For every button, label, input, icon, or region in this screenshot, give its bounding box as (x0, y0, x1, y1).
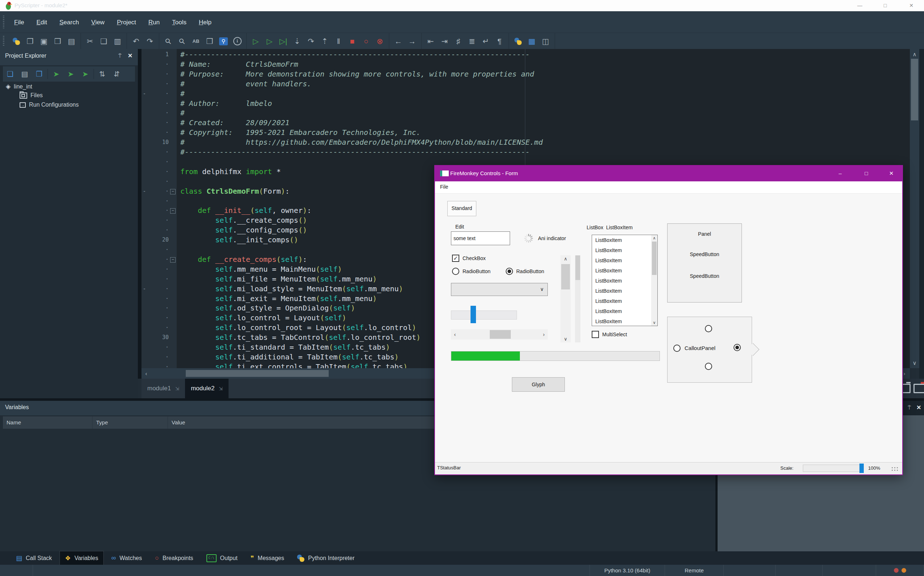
speedbutton-1[interactable]: SpeedButton (668, 251, 741, 257)
editor-tab-module2[interactable]: module2⇲ (185, 379, 229, 398)
edit-input[interactable] (451, 231, 510, 245)
step-over-button[interactable]: ↷ (304, 35, 318, 48)
layout-table-button[interactable]: ▦ (525, 35, 539, 48)
tree-item-run-configurations[interactable]: →Run Configurations (19, 102, 79, 108)
explorer-editor-splitter[interactable] (138, 49, 141, 379)
scrollbar-thumb[interactable] (490, 330, 511, 339)
fold-marker-icon[interactable]: − (170, 189, 176, 194)
special-characters-button[interactable]: ♯ (451, 35, 465, 48)
callout-radio-left[interactable] (673, 345, 681, 352)
project-layers-button[interactable]: ▤ (18, 67, 32, 80)
browser-search-button[interactable]: ⚲ (216, 35, 231, 48)
scroll-left-icon[interactable]: ‹ (142, 368, 150, 379)
run-button[interactable]: ▷ (249, 35, 263, 48)
callout-radio-bottom[interactable] (705, 363, 712, 370)
menu-run[interactable]: Run (142, 16, 166, 29)
folder-tab-active-icon[interactable] (913, 384, 924, 393)
scroll-down-icon[interactable]: ∨ (651, 320, 657, 326)
radiobutton-2[interactable] (506, 268, 513, 275)
indent-button[interactable]: ⇥ (437, 35, 451, 48)
navigate-back-button[interactable]: ← (391, 35, 405, 48)
scroll-down-icon[interactable]: ∨ (560, 336, 571, 342)
glyph-button[interactable]: Glyph (512, 377, 565, 392)
checkbox[interactable]: ✓ (452, 254, 459, 262)
navigate-forward-button[interactable]: → (405, 35, 419, 48)
undo-button[interactable]: ↶ (129, 35, 143, 48)
menu-file[interactable]: File (8, 16, 30, 29)
editor-tab-module1[interactable]: module1⇲ (141, 379, 185, 398)
line-numbers-button[interactable]: ≣ (465, 35, 479, 48)
paste-button[interactable]: ▥ (110, 35, 125, 48)
scroll-left-icon[interactable]: ‹ (451, 330, 459, 339)
listbox-scroll-thumb[interactable] (652, 242, 657, 275)
bottom-tab-breakpoints[interactable]: ○Breakpoints (150, 551, 198, 565)
find-in-files-button[interactable]: ❒ (203, 35, 216, 48)
editor-vertical-scrollbar[interactable]: ∧ ∨ (910, 49, 919, 368)
scale-slider-thumb[interactable] (860, 464, 864, 473)
scroll-down-icon[interactable]: ∨ (911, 358, 919, 368)
callout-radio-right[interactable] (733, 344, 741, 351)
scroll-up-icon[interactable]: ∧ (911, 49, 919, 59)
redo-button[interactable]: ↷ (143, 35, 157, 48)
resize-grip[interactable] (891, 466, 898, 472)
dialog-titlebar[interactable]: FireMonkey Controls - Form – □ ✕ (435, 166, 902, 181)
search-button[interactable]: ⚲ (162, 35, 175, 48)
detach-tab-icon[interactable]: ⇲ (175, 386, 179, 391)
scroll-up-icon[interactable]: ∧ (651, 235, 657, 241)
bottom-tab-variables[interactable]: ❖Variables (60, 551, 103, 565)
horizontal-scrollbar[interactable]: ‹ › (451, 330, 548, 339)
debug-project-button[interactable]: ➤ (64, 67, 78, 80)
listbox-item[interactable]: ListBoxItem (592, 306, 657, 316)
pause-button[interactable]: ‖ (331, 35, 345, 48)
menu-view[interactable]: View (85, 16, 111, 29)
save-all-button[interactable]: ❒ (51, 35, 64, 48)
menu-project[interactable]: Project (110, 16, 142, 29)
show-whitespace-button[interactable]: ¶ (493, 35, 506, 48)
python-engine-button[interactable] (511, 35, 525, 48)
bottom-tab-call-stack[interactable]: ▤Call Stack (11, 551, 57, 565)
detach-tab-icon[interactable]: ⇲ (219, 386, 223, 391)
listbox-item[interactable]: ListBoxItem (592, 245, 657, 255)
print-button[interactable]: ▤ (64, 35, 78, 48)
new-project-button[interactable]: ❏ (3, 67, 18, 80)
tree-item-line_int[interactable]: ◈line_int (6, 83, 32, 90)
collapse-all-button[interactable]: ⇵ (110, 67, 124, 80)
save-project-button[interactable]: ❒ (32, 67, 46, 80)
close-button[interactable]: ✕ (903, 0, 920, 11)
trackbar-thumb[interactable] (471, 306, 476, 323)
hscroll-thumb[interactable] (186, 370, 329, 377)
tab-standard[interactable]: Standard (447, 201, 476, 216)
close-panel-icon[interactable]: ✕ (916, 404, 921, 411)
menu-help[interactable]: Help (193, 16, 218, 29)
multiselect-checkbox[interactable] (592, 331, 599, 338)
open-file-button[interactable]: ❐ (23, 35, 37, 48)
debug-button[interactable]: ▷ (263, 35, 277, 48)
listbox-item[interactable]: ListBoxItem (592, 296, 657, 306)
speedbutton-2[interactable]: SpeedButton (668, 273, 741, 279)
run-to-cursor-button[interactable]: ▷| (277, 35, 290, 48)
copy-button[interactable]: ❑ (97, 35, 110, 48)
dedent-button[interactable]: ⇤ (424, 35, 437, 48)
save-file-button[interactable]: ▣ (37, 35, 51, 48)
window-layouts-button[interactable]: ◫ (539, 35, 552, 48)
scrollbar-thumb[interactable] (561, 264, 570, 290)
radiobutton-1[interactable] (452, 268, 459, 275)
pin-icon[interactable]: ⍑ (908, 405, 911, 411)
fold-marker-icon[interactable]: − (170, 208, 176, 214)
bottom-tab-output[interactable]: C:\Output (201, 551, 243, 565)
expand-all-button[interactable]: ⇅ (95, 67, 110, 80)
cut-button[interactable]: ✂ (83, 35, 97, 48)
run-config-button[interactable]: ➤ (78, 67, 93, 80)
new-python-file-button[interactable] (10, 35, 23, 48)
listbox-item[interactable]: ListBoxItem (592, 235, 657, 245)
search-again-button[interactable]: ⚲ (175, 35, 189, 48)
close-panel-icon[interactable]: ✕ (128, 52, 133, 59)
column-header-type[interactable]: Type (93, 416, 168, 429)
fold-marker-icon[interactable]: − (170, 257, 176, 262)
dialog-menu-file[interactable]: File (440, 184, 448, 190)
listbox-item[interactable]: ListBoxItem (592, 316, 657, 326)
replace-button[interactable]: AB (189, 35, 203, 48)
step-out-button[interactable]: ⇡ (318, 35, 331, 48)
listbox-item[interactable]: ListBoxItem (592, 266, 657, 276)
trackbar[interactable] (451, 310, 517, 320)
